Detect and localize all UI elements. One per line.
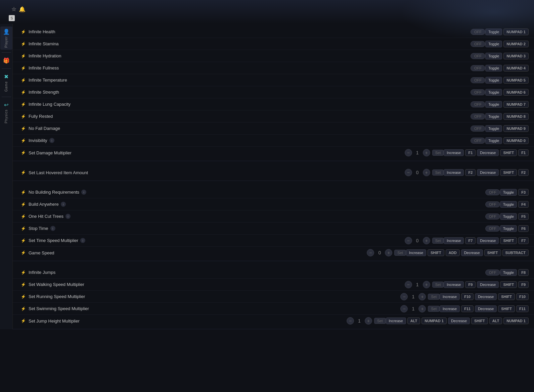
toggle-infinite-lung[interactable]: OFF [471, 101, 485, 107]
keybind-btn-game-speed-0[interactable]: Increase [406, 249, 426, 256]
set-btn-jump-height[interactable]: Set [374, 318, 386, 324]
keybind-btn-one-hit-cut-1[interactable]: F5 [518, 213, 529, 220]
keybind-btn-invisibility-1[interactable]: NUMPAD 0 [503, 137, 529, 144]
keybind-btn-last-hovered-item-2[interactable]: Decrease [477, 169, 499, 176]
set-btn-running-speed[interactable]: Set [428, 294, 440, 300]
keybind-btn-swimming-speed-0[interactable]: Increase [440, 305, 460, 312]
keybind-btn-infinite-temperature-1[interactable]: NUMPAD 5 [503, 77, 529, 84]
keybind-btn-swimming-speed-2[interactable]: Decrease [475, 305, 497, 312]
decrement-btn-game-speed[interactable]: − [367, 249, 374, 256]
sidebar-item-player[interactable]: 👤 Player [0, 27, 12, 50]
keybind-btn-infinite-health-0[interactable]: Toggle [485, 29, 502, 35]
keybind-btn-time-speed-4[interactable]: F7 [518, 237, 529, 244]
toggle-infinite-jumps[interactable]: OFF [485, 270, 500, 276]
keybind-btn-damage-multiplier-4[interactable]: F1 [518, 149, 529, 156]
keybind-btn-infinite-lung-1[interactable]: NUMPAD 7 [503, 101, 529, 108]
keybind-btn-jump-height-2[interactable]: NUMPAD 1 [421, 317, 447, 324]
toggle-infinite-strength[interactable]: OFF [471, 89, 485, 95]
increment-btn-time-speed[interactable]: + [423, 237, 430, 244]
keybind-btn-infinite-hydration-0[interactable]: Toggle [485, 53, 502, 59]
keybind-btn-jump-height-1[interactable]: ALT [407, 317, 420, 324]
keybind-btn-swimming-speed-3[interactable]: SHIFT [498, 305, 515, 312]
toggle-infinite-hydration[interactable]: OFF [471, 53, 485, 59]
keybind-btn-jump-height-3[interactable]: Decrease [448, 317, 470, 324]
toggle-invisibility[interactable]: OFF [471, 138, 485, 144]
keybind-btn-stop-time-0[interactable]: Toggle [500, 225, 517, 232]
decrement-btn-damage-multiplier[interactable]: − [405, 149, 412, 156]
keybind-btn-game-speed-3[interactable]: Decrease [461, 249, 483, 256]
increment-btn-running-speed[interactable]: + [418, 293, 426, 300]
toggle-infinite-temperature[interactable]: OFF [471, 77, 485, 83]
increment-btn-walking-speed[interactable]: + [423, 281, 430, 288]
keybind-btn-last-hovered-item-4[interactable]: F2 [518, 169, 529, 176]
info-badge[interactable]: i [50, 226, 55, 231]
keybind-btn-last-hovered-item-1[interactable]: F2 [465, 169, 476, 176]
keybind-btn-running-speed-1[interactable]: F10 [461, 293, 474, 300]
keybind-btn-last-hovered-item-0[interactable]: Increase [444, 169, 464, 176]
keybind-btn-jump-height-4[interactable]: SHIFT [471, 317, 488, 324]
keybind-btn-infinite-fullness-0[interactable]: Toggle [485, 65, 502, 71]
info-badge[interactable]: i [65, 214, 71, 219]
set-btn-swimming-speed[interactable]: Set [428, 306, 440, 312]
keybind-btn-walking-speed-1[interactable]: F9 [465, 281, 476, 288]
keybind-btn-infinite-jumps-0[interactable]: Toggle [500, 269, 517, 276]
keybind-btn-jump-height-5[interactable]: ALT [489, 317, 502, 324]
sidebar-item-items[interactable]: 🎁 [0, 55, 12, 66]
keybind-btn-infinite-strength-0[interactable]: Toggle [485, 89, 502, 96]
keybind-btn-walking-speed-0[interactable]: Increase [444, 281, 464, 288]
keybind-btn-damage-multiplier-3[interactable]: SHIFT [500, 149, 517, 156]
keybind-btn-infinite-fullness-1[interactable]: NUMPAD 4 [503, 65, 529, 71]
decrement-btn-walking-speed[interactable]: − [405, 281, 412, 288]
keybind-btn-infinite-hydration-1[interactable]: NUMPAD 3 [503, 53, 529, 59]
keybind-btn-game-speed-5[interactable]: SUBTRACT [502, 249, 529, 256]
keybind-btn-walking-speed-4[interactable]: F9 [518, 281, 529, 288]
keybind-btn-infinite-strength-1[interactable]: NUMPAD 6 [503, 89, 529, 96]
bell-icon[interactable]: 🔔 [19, 6, 26, 12]
keybind-btn-time-speed-0[interactable]: Increase [444, 237, 464, 244]
toggle-fully-rested[interactable]: OFF [471, 113, 485, 119]
keybind-btn-running-speed-0[interactable]: Increase [440, 293, 460, 300]
toggle-one-hit-cut[interactable]: OFF [485, 213, 500, 219]
keybind-btn-game-speed-1[interactable]: SHIFT [428, 249, 444, 256]
decrement-btn-time-speed[interactable]: − [405, 237, 412, 244]
keybind-btn-stop-time-1[interactable]: F6 [518, 225, 529, 232]
keybind-btn-fully-rested-0[interactable]: Toggle [485, 113, 502, 120]
keybind-btn-build-anywhere-1[interactable]: F4 [518, 201, 529, 208]
increment-btn-game-speed[interactable]: + [385, 249, 392, 256]
toggle-infinite-stamina[interactable]: OFF [471, 41, 485, 47]
keybind-btn-infinite-temperature-0[interactable]: Toggle [485, 77, 502, 84]
set-btn-last-hovered-item[interactable]: Set [432, 169, 444, 176]
keybind-btn-fully-rested-1[interactable]: NUMPAD 8 [503, 113, 529, 120]
info-badge[interactable]: i [80, 238, 85, 243]
keybind-btn-running-speed-3[interactable]: SHIFT [498, 293, 515, 300]
increment-btn-jump-height[interactable]: + [365, 317, 372, 325]
toggle-infinite-fullness[interactable]: OFF [471, 65, 485, 71]
keybind-btn-no-building-1[interactable]: F3 [518, 189, 529, 196]
info-badge[interactable]: i [61, 202, 66, 207]
keybind-btn-game-speed-2[interactable]: ADD [446, 249, 460, 256]
set-btn-time-speed[interactable]: Set [432, 238, 444, 244]
increment-btn-swimming-speed[interactable]: + [418, 305, 426, 312]
toggle-build-anywhere[interactable]: OFF [485, 201, 500, 207]
info-badge[interactable]: i [81, 190, 86, 195]
sidebar-item-game[interactable]: ✖ Game [0, 71, 12, 94]
sidebar-item-physics[interactable]: ↩ Physics [0, 100, 12, 125]
decrement-btn-last-hovered-item[interactable]: − [405, 169, 412, 176]
keybind-btn-swimming-speed-1[interactable]: F11 [461, 305, 474, 312]
keybind-btn-no-fall-damage-0[interactable]: Toggle [485, 125, 502, 132]
keybind-btn-swimming-speed-4[interactable]: F11 [516, 305, 529, 312]
toggle-no-building[interactable]: OFF [485, 189, 500, 195]
set-btn-walking-speed[interactable]: Set [432, 282, 444, 288]
keybind-btn-damage-multiplier-0[interactable]: Increase [444, 149, 464, 156]
keybind-btn-time-speed-2[interactable]: Decrease [477, 237, 499, 244]
increment-btn-last-hovered-item[interactable]: + [423, 169, 430, 176]
decrement-btn-swimming-speed[interactable]: − [400, 305, 408, 312]
increment-btn-damage-multiplier[interactable]: + [423, 149, 430, 156]
keybind-btn-infinite-lung-0[interactable]: Toggle [485, 101, 502, 108]
keybind-btn-infinite-stamina-0[interactable]: Toggle [485, 41, 502, 47]
keybind-btn-walking-speed-2[interactable]: Decrease [477, 281, 499, 288]
set-btn-game-speed[interactable]: Set [394, 250, 406, 256]
keybind-btn-time-speed-3[interactable]: SHIFT [500, 237, 517, 244]
toggle-infinite-health[interactable]: OFF [471, 29, 485, 35]
keybind-btn-infinite-jumps-1[interactable]: F8 [518, 269, 529, 276]
